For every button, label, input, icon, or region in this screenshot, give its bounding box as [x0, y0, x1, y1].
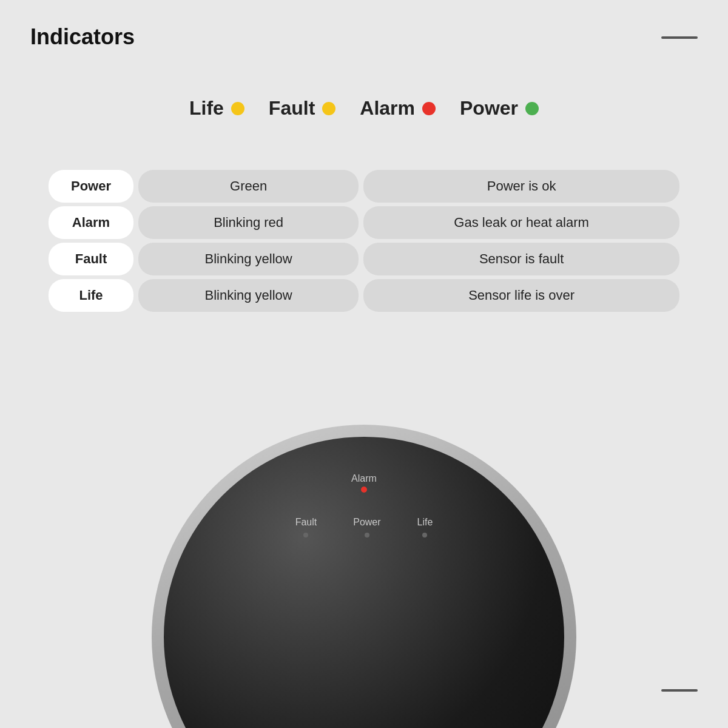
cell-desc-alarm: Gas leak or heat alarm	[363, 206, 679, 239]
device-inner-face: Alarm Fault Power Life	[164, 437, 564, 728]
device-alarm-group: Alarm	[351, 473, 377, 493]
indicators-table: Power Green Power is ok Alarm Blinking r…	[49, 170, 679, 315]
table-row-fault: Fault Blinking yellow Sensor is fault	[49, 243, 679, 275]
device-fault-indicator: Fault	[295, 517, 317, 538]
cell-label-life: Life	[49, 279, 133, 312]
page-title: Indicators	[30, 24, 135, 50]
device-life-label: Life	[417, 517, 433, 528]
cell-desc-fault: Sensor is fault	[363, 243, 679, 275]
device-section: Alarm Fault Power Life	[0, 376, 728, 728]
cell-color-life: Blinking yellow	[138, 279, 359, 312]
cell-desc-life: Sensor life is over	[363, 279, 679, 312]
device-outer-ring: Alarm Fault Power Life	[152, 425, 576, 728]
cell-color-alarm: Blinking red	[138, 206, 359, 239]
cell-label-power: Power	[49, 170, 133, 203]
device-power-label: Power	[353, 517, 380, 528]
device-fault-label: Fault	[295, 517, 317, 528]
legend-label-life: Life	[189, 97, 224, 120]
device-alarm-dot	[361, 487, 367, 493]
cell-desc-power: Power is ok	[363, 170, 679, 203]
legend-label-fault: Fault	[269, 97, 315, 120]
decorative-line-top-right	[661, 36, 698, 39]
legend-dot-life	[231, 102, 244, 115]
legend-label-alarm: Alarm	[360, 97, 415, 120]
cell-label-fault: Fault	[49, 243, 133, 275]
legend-dot-alarm	[422, 102, 436, 115]
device-life-indicator: Life	[417, 517, 433, 538]
cell-color-power: Green	[138, 170, 359, 203]
legend-dot-power	[525, 102, 539, 115]
legend-item-life: Life	[189, 97, 244, 120]
device-life-dot	[422, 533, 427, 538]
cell-color-fault: Blinking yellow	[138, 243, 359, 275]
device-bottom-row: Fault Power Life	[295, 517, 433, 538]
device-power-indicator: Power	[353, 517, 380, 538]
cell-label-alarm: Alarm	[49, 206, 133, 239]
device-power-dot	[365, 533, 369, 538]
table-row-life: Life Blinking yellow Sensor life is over	[49, 279, 679, 312]
legend-item-alarm: Alarm	[360, 97, 436, 120]
legend-dot-fault	[322, 102, 335, 115]
device-alarm-label: Alarm	[351, 473, 377, 484]
legend-row: Life Fault Alarm Power	[0, 97, 728, 120]
legend-item-fault: Fault	[269, 97, 335, 120]
legend-label-power: Power	[460, 97, 518, 120]
table-row-alarm: Alarm Blinking red Gas leak or heat alar…	[49, 206, 679, 239]
table-row-power: Power Green Power is ok	[49, 170, 679, 203]
legend-item-power: Power	[460, 97, 539, 120]
device-fault-dot	[303, 533, 308, 538]
